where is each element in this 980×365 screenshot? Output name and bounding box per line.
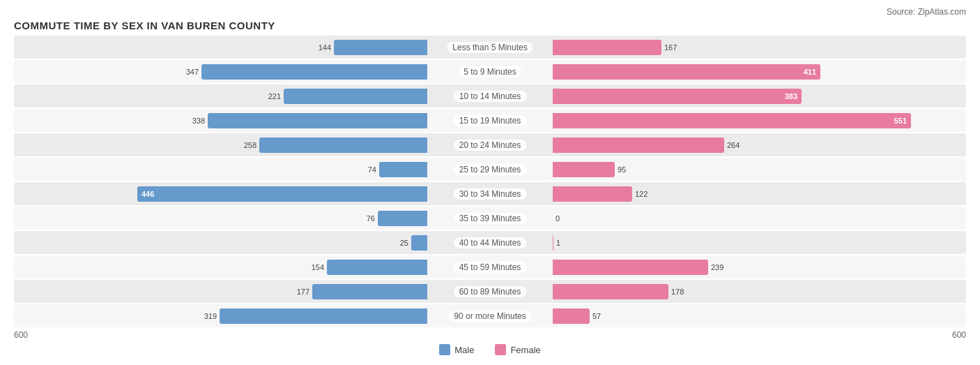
female-bar: 551 xyxy=(553,113,911,128)
right-side: 95 xyxy=(490,158,943,181)
female-value: 122 xyxy=(635,190,648,198)
male-value: 144 xyxy=(319,43,331,52)
left-side: 221 xyxy=(37,84,490,107)
female-bar: 383 xyxy=(553,89,802,104)
male-bar: 154 xyxy=(327,260,427,275)
right-side: 57 xyxy=(490,304,943,327)
male-value: 74 xyxy=(368,165,376,174)
female-bar: 411 xyxy=(553,64,820,80)
chart-row: 22138310 to 14 Minutes xyxy=(14,84,966,107)
male-bar: 144 xyxy=(334,40,427,55)
chart-row: 17717860 to 89 Minutes xyxy=(14,280,966,303)
female-bar: 95 xyxy=(553,162,615,177)
chart-row: 15423945 to 59 Minutes xyxy=(14,255,966,278)
male-value: 221 xyxy=(268,92,281,100)
chart-row: 3195790 or more Minutes xyxy=(14,304,966,327)
male-bar: 319 xyxy=(220,308,427,324)
source-credit: Source: ZipAtlas.com xyxy=(14,7,966,17)
legend-male-box xyxy=(439,344,450,355)
axis-left: 600 xyxy=(14,330,28,340)
left-side: 319 xyxy=(37,304,490,327)
male-value: 25 xyxy=(400,239,408,247)
left-side: 144 xyxy=(37,36,490,59)
right-side: 264 xyxy=(490,133,943,156)
male-bar: 221 xyxy=(284,89,427,104)
male-bar: 347 xyxy=(201,64,427,80)
legend-male: Male xyxy=(439,344,474,355)
legend-female: Female xyxy=(495,344,540,355)
female-value: 383 xyxy=(785,92,797,100)
left-side: 76 xyxy=(37,207,490,230)
axis-row: 600 600 xyxy=(14,330,966,340)
left-side: 338 xyxy=(37,109,490,132)
female-value: 264 xyxy=(727,141,740,149)
male-value: 258 xyxy=(244,141,257,149)
female-value: 57 xyxy=(592,312,601,320)
male-bar: 446 xyxy=(137,186,427,202)
male-bar: 177 xyxy=(312,284,427,299)
female-bar: 1 xyxy=(553,235,553,251)
chart-title: COMMUTE TIME BY SEX IN VAN BUREN COUNTY xyxy=(14,20,966,31)
female-value: 167 xyxy=(664,43,677,52)
chart-row: 44612230 to 34 Minutes xyxy=(14,182,966,205)
chart-row: 25826420 to 24 Minutes xyxy=(14,133,966,156)
left-side: 74 xyxy=(37,158,490,181)
chart-row: 76035 to 39 Minutes xyxy=(14,207,966,230)
female-bar: 178 xyxy=(553,284,668,299)
legend-female-label: Female xyxy=(510,345,540,355)
right-side: 1 xyxy=(490,231,943,254)
left-side: 177 xyxy=(37,280,490,303)
legend: Male Female xyxy=(14,344,966,355)
female-value: 178 xyxy=(671,288,684,296)
right-side: 167 xyxy=(490,36,943,59)
female-bar: 264 xyxy=(553,137,724,153)
female-value: 0 xyxy=(556,214,560,223)
right-side: 178 xyxy=(490,280,943,303)
female-value: 239 xyxy=(711,263,723,271)
left-side: 258 xyxy=(37,133,490,156)
legend-male-label: Male xyxy=(454,345,474,355)
chart-row: 749525 to 29 Minutes xyxy=(14,158,966,181)
female-bar: 122 xyxy=(553,186,632,202)
legend-female-box xyxy=(495,344,506,355)
chart-row: 144167Less than 5 Minutes xyxy=(14,36,966,59)
chart-row: 25140 to 44 Minutes xyxy=(14,231,966,254)
right-side: 122 xyxy=(490,182,943,205)
male-bar: 76 xyxy=(378,211,427,226)
male-bar: 338 xyxy=(208,113,427,128)
female-value: 551 xyxy=(894,117,907,125)
male-value: 446 xyxy=(141,190,154,198)
axis-right: 600 xyxy=(952,330,966,340)
right-side: 411 xyxy=(490,60,943,83)
left-side: 154 xyxy=(37,255,490,278)
right-side: 383 xyxy=(490,84,943,107)
right-side: 551 xyxy=(490,109,943,132)
male-bar: 25 xyxy=(411,235,427,251)
female-value: 411 xyxy=(804,68,816,76)
male-value: 347 xyxy=(186,68,199,76)
chart-row: 3474115 to 9 Minutes xyxy=(14,60,966,83)
chart-row: 33855115 to 19 Minutes xyxy=(14,109,966,132)
rows-wrapper: 144167Less than 5 Minutes3474115 to 9 Mi… xyxy=(14,36,966,327)
female-bar: 239 xyxy=(553,260,708,275)
female-value: 95 xyxy=(618,165,626,174)
left-side: 446 xyxy=(37,182,490,205)
female-bar: 167 xyxy=(553,40,661,55)
left-side: 25 xyxy=(37,231,490,254)
female-value: 1 xyxy=(556,239,560,247)
female-bar: 57 xyxy=(553,308,590,324)
male-value: 338 xyxy=(192,117,205,125)
male-value: 319 xyxy=(204,312,217,320)
male-value: 154 xyxy=(312,263,324,271)
male-value: 177 xyxy=(297,288,309,296)
chart-wrapper: 144167Less than 5 Minutes3474115 to 9 Mi… xyxy=(14,36,966,355)
male-bar: 74 xyxy=(379,162,427,177)
male-bar: 258 xyxy=(259,137,427,153)
right-side: 0 xyxy=(490,207,943,230)
right-side: 239 xyxy=(490,255,943,278)
male-value: 76 xyxy=(367,214,375,223)
page-container: Source: ZipAtlas.com COMMUTE TIME BY SEX… xyxy=(14,7,966,355)
left-side: 347 xyxy=(37,60,490,83)
